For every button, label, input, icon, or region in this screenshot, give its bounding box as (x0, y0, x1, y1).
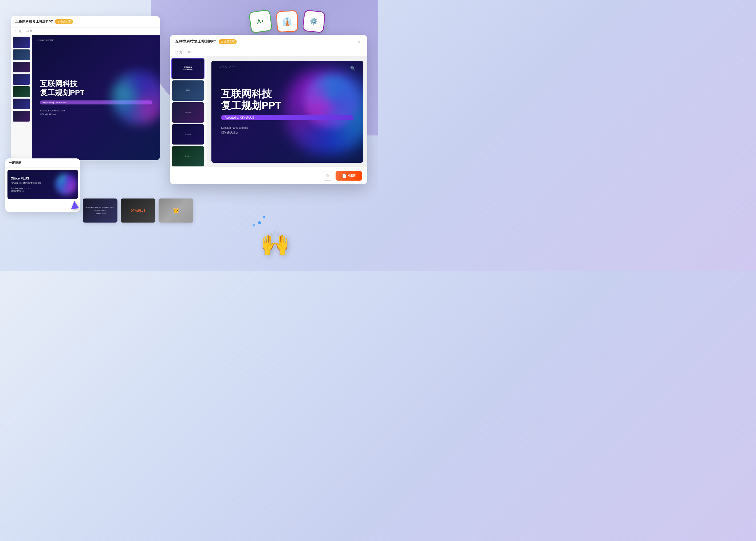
gallery-thumbs-row: OfficePLUS, POWERPOINTSTANDARDTEMPLATE O… (83, 199, 193, 223)
bg-window-header: 互联网科技复工规划PPT ♛ 会员专享 (11, 16, 160, 28)
modal-thumb-5[interactable]: 工作规划 (172, 146, 204, 167)
skin-window-header: 一键换肤 (5, 159, 80, 168)
create-button[interactable]: 📄 创建 (336, 171, 362, 181)
modal-meta: 15 页 16:9 (170, 49, 367, 56)
bg-window-meta: 15 页 16:9 (11, 28, 160, 35)
bg-swirl-decoration (112, 71, 160, 125)
bg-slide: LOGO HERE 互联网科技 复工规划PPT Reported by Offi… (32, 35, 160, 160)
favorite-button[interactable]: ☆ (323, 171, 332, 181)
app-icons-container: A✦ 👔 ⚙️ (250, 11, 325, 32)
modal-crown-icon: ♛ (221, 40, 223, 43)
bg-member-badge: ♛ 会员专享 (55, 19, 73, 24)
modal-thumbs-sidebar: 互联网科技复工规划PPT 目录 工作回顾 工作回顾 工作规划 工作规划 工作规划 (170, 56, 207, 167)
sparkle-dot-3 (253, 224, 255, 227)
modal-member-badge: ♛ 会员专享 (219, 39, 237, 44)
thumb-3[interactable] (13, 62, 30, 72)
modal-speaker-info: Speaker name and title OfficePLUS.cn (221, 126, 354, 135)
bg-sidebar-thumbs (11, 35, 32, 160)
modal-title: 互联网科技复工规划PPT (175, 39, 216, 44)
modal-main-preview: LOGO HERE 🔍 互联网科技 复工规划PPT Reported by Of… (207, 56, 367, 167)
settings-icon-symbol: ⚙️ (310, 17, 319, 26)
modal-body: 互联网科技复工规划PPT 目录 工作回顾 工作回顾 工作规划 工作规划 工作规划 (170, 56, 367, 167)
modal-logo-here: LOGO HERE (219, 66, 236, 69)
sparkle-dot-2 (263, 216, 265, 218)
create-doc-icon: 📄 (342, 174, 347, 178)
main-slide-preview: LOGO HERE 🔍 互联网科技 复工规划PPT Reported by Of… (211, 61, 363, 163)
modal-thumb-2[interactable]: 目录 (172, 80, 204, 101)
gallery-thumb-1[interactable]: OfficePLUS, POWERPOINTSTANDARDTEMPLATE (83, 199, 118, 223)
fashion-icon-symbol: 👔 (282, 17, 292, 26)
background-preview-window: 互联网科技复工规划PPT ♛ 会员专享 15 页 16:9 LOGO HERE … (11, 16, 160, 160)
modal-thumb-1[interactable]: 互联网科技复工规划PPT (172, 59, 204, 79)
fashion-app-icon[interactable]: 👔 (276, 10, 299, 33)
modal-thumb-3[interactable]: 工作回顾 (172, 102, 204, 123)
bg-window-content: LOGO HERE 互联网科技 复工规划PPT Reported by Offi… (11, 35, 160, 160)
gallery-thumb-2[interactable]: OfficePLUS (121, 199, 155, 223)
skin-thumb-main[interactable]: Office PLUS Powerpoint standard template… (7, 170, 78, 199)
thumb-5[interactable] (13, 86, 30, 97)
skin-swirl (55, 174, 77, 195)
modal-slide-title: 互联网科技 复工规划PPT (221, 88, 354, 111)
thumb-4[interactable] (13, 74, 30, 85)
clapping-hands-emoji: 🙌 (260, 229, 290, 257)
bg-main-preview: LOGO HERE 互联网科技 复工规划PPT Reported by Offi… (32, 35, 160, 160)
thumb-7[interactable] (13, 111, 30, 122)
modal-footer: ☆ 📄 创建 (170, 167, 367, 184)
modal-header: 互联网科技复工规划PPT ♛ 会员专享 × (170, 35, 367, 49)
thumb-6[interactable] (13, 99, 30, 109)
sparkle-dot-1 (258, 221, 261, 225)
modal-reported-badge: Reported by OfficePLUS (221, 115, 354, 120)
gallery-thumb-3[interactable]: 🐱 (158, 199, 193, 223)
skin-thumb-text: Office PLUS Powerpoint standard template… (11, 176, 41, 192)
font-app-icon[interactable]: A✦ (249, 9, 273, 33)
settings-app-icon[interactable]: ⚙️ (302, 10, 326, 33)
main-modal-window: 互联网科技复工规划PPT ♛ 会员专享 × 15 页 16:9 互联网科技复工规… (170, 35, 367, 184)
bg-window-title: 互联网科技复工规划PPT (15, 19, 53, 24)
thumb-1[interactable] (13, 37, 30, 48)
cursor-pointer: ▲ (68, 196, 82, 213)
modal-search-icon[interactable]: 🔍 (350, 66, 356, 71)
modal-thumb-4[interactable]: 工作回顾 (172, 124, 204, 145)
crown-icon: ♛ (57, 20, 60, 23)
modal-close-button[interactable]: × (356, 38, 362, 45)
thumb-2[interactable] (13, 49, 30, 60)
bg-logo-here: LOGO HERE (37, 39, 54, 42)
